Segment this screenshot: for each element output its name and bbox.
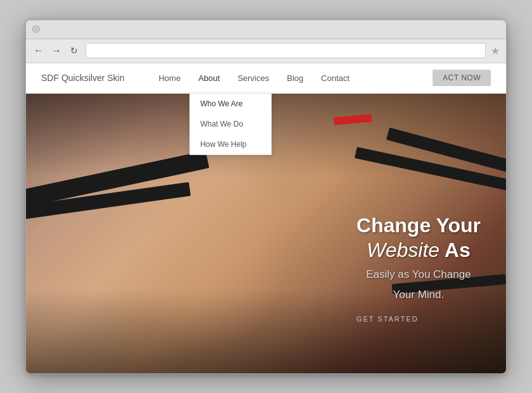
forward-button[interactable]: → <box>50 44 63 57</box>
nav-about[interactable]: About <box>189 63 229 94</box>
nav-services[interactable]: Services <box>229 63 278 94</box>
bookmark-icon[interactable]: ★ <box>491 45 500 57</box>
close-button[interactable] <box>32 25 40 33</box>
back-button[interactable]: ← <box>32 44 45 57</box>
browser-titlebar <box>26 20 506 39</box>
site-logo: SDF Quicksilver Skin <box>41 73 124 83</box>
site-navbar: SDF Quicksilver Skin Home About Who We A… <box>26 63 506 94</box>
dropdown-who-we-are[interactable]: Who We Are <box>190 94 271 114</box>
hero-headline-suffix: As <box>440 239 471 261</box>
hero-subtext-line2: Your Mind. <box>357 287 481 303</box>
site-nav-links: Home About Who We Are What We Do How We … <box>149 63 433 94</box>
hero-headline-italic: Website <box>367 239 440 261</box>
about-dropdown-menu: Who We Are What We Do How We Help <box>189 93 272 155</box>
nav-home[interactable]: Home <box>149 63 189 94</box>
about-nav-item[interactable]: About Who We Are What We Do How We Help <box>189 63 229 94</box>
browser-toolbar: ← → ↻ ★ <box>26 39 506 63</box>
hero-text-block: Change Your Website As Easily as You Cha… <box>357 213 481 322</box>
nav-contact[interactable]: Contact <box>312 63 358 94</box>
hero-subtext-line1: Easily as You Change <box>357 267 481 282</box>
dropdown-how-we-help[interactable]: How We Help <box>190 134 271 154</box>
hero-headline-line2: Website As <box>357 238 481 262</box>
nav-blog[interactable]: Blog <box>278 63 312 94</box>
act-now-button[interactable]: ACT NOW <box>433 70 491 86</box>
hero-headline-line1: Change Your <box>357 213 481 237</box>
refresh-button[interactable]: ↻ <box>68 44 80 57</box>
get-started-button[interactable]: GET STARTED <box>357 315 419 323</box>
browser-window: ← → ↻ ★ SDF Quicksilver Skin Home About … <box>25 20 507 374</box>
website-content: SDF Quicksilver Skin Home About Who We A… <box>26 63 506 373</box>
address-bar[interactable] <box>86 43 486 58</box>
dropdown-what-we-do[interactable]: What We Do <box>190 114 271 134</box>
